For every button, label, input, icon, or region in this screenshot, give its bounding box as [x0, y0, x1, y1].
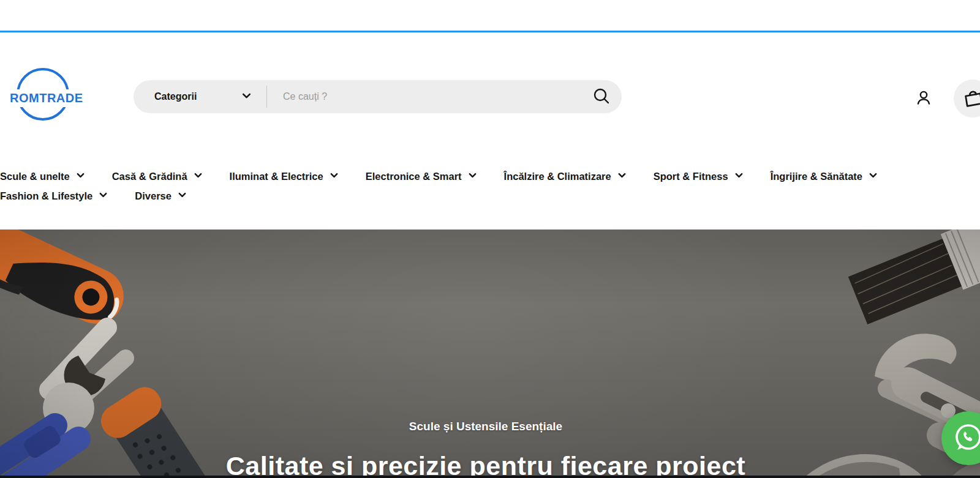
search-button[interactable]: [581, 80, 622, 113]
hero-overlay: [0, 230, 980, 478]
nav-item-label: Scule & unelte: [0, 171, 70, 182]
chevron-down-icon: [178, 190, 187, 202]
nav-item-3[interactable]: Electronice & Smart: [366, 171, 477, 182]
nav-item-label: Fashion & Lifestyle: [0, 190, 92, 202]
chevron-down-icon: [734, 171, 744, 182]
section-bottom-edge: [0, 476, 980, 478]
user-icon: [914, 89, 933, 109]
chevron-down-icon: [869, 171, 878, 182]
top-accent-line: [0, 31, 980, 32]
categories-label: Categorii: [154, 91, 197, 102]
nav-item-4[interactable]: Încălzire & Climatizare: [504, 171, 627, 182]
nav-item-2[interactable]: Iluminat & Electrice: [230, 171, 339, 182]
search-input[interactable]: [267, 80, 581, 113]
whatsapp-icon: [952, 422, 980, 455]
chevron-down-icon: [617, 171, 627, 182]
hero-kicker: Scule și Ustensile Esențiale: [0, 420, 971, 433]
chevron-down-icon: [241, 91, 252, 103]
nav-item-1[interactable]: Casă & Grădină: [112, 171, 203, 182]
nav-item-8[interactable]: Diverse: [135, 190, 187, 202]
hero-title: Calitate și precizie pentru fiecare proi…: [0, 451, 971, 478]
nav-item-label: Diverse: [135, 190, 172, 202]
nav-item-7[interactable]: Fashion & Lifestyle: [0, 190, 108, 202]
nav-item-0[interactable]: Scule & unelte: [0, 171, 85, 182]
chevron-down-icon: [468, 171, 477, 182]
chevron-down-icon: [76, 171, 85, 182]
nav-item-label: Casă & Grădină: [112, 171, 187, 182]
hero-banner: Scule și Ustensile Esențiale Calitate și…: [0, 230, 980, 478]
chevron-down-icon: [330, 171, 339, 182]
primary-nav: Scule & unelte Casă & Grădină Iluminat &…: [0, 171, 931, 202]
categories-dropdown[interactable]: Categorii: [134, 80, 266, 113]
page: ROMTRADE Categorii: [0, 0, 980, 478]
account-button[interactable]: [913, 88, 935, 110]
nav-item-5[interactable]: Sport & Fitness: [654, 171, 744, 182]
chevron-down-icon: [194, 171, 203, 182]
search-icon: [592, 86, 611, 108]
site-logo[interactable]: ROMTRADE: [10, 67, 78, 126]
cart-button[interactable]: [954, 80, 980, 118]
chevron-down-icon: [99, 190, 108, 202]
nav-item-label: Îngrijire & Sănătate: [771, 171, 862, 182]
nav-item-label: Sport & Fitness: [654, 171, 728, 182]
logo-text: ROMTRADE: [10, 89, 78, 107]
nav-item-6[interactable]: Îngrijire & Sănătate: [771, 171, 878, 182]
nav-item-label: Încălzire & Climatizare: [504, 171, 611, 182]
search-bar: Categorii: [134, 80, 622, 113]
nav-item-label: Iluminat & Electrice: [230, 171, 323, 182]
nav-item-label: Electronice & Smart: [366, 171, 462, 182]
